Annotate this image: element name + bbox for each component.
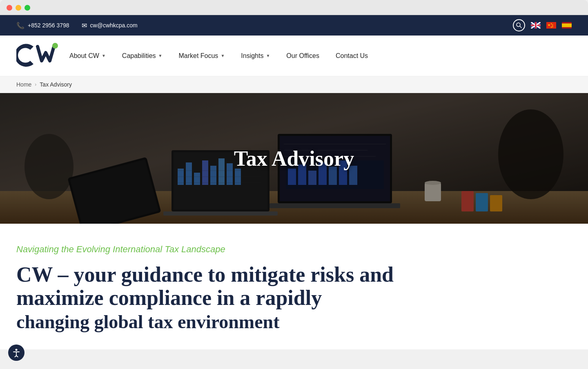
breadcrumb-separator: › bbox=[35, 82, 36, 87]
content-subtitle: Navigating the Evolving International Ta… bbox=[16, 244, 572, 255]
nav-our-offices[interactable]: Our Offices bbox=[286, 48, 319, 64]
website-container: 📞 +852 2956 3798 ✉ cw@cwhkcpa.com bbox=[0, 15, 588, 349]
search-icon bbox=[516, 22, 522, 28]
svg-point-52 bbox=[16, 349, 18, 349]
content-title-line3: changing global tax environment bbox=[16, 311, 280, 332]
breadcrumb: Home › Tax Advisory bbox=[0, 76, 588, 93]
svg-rect-9 bbox=[562, 22, 572, 29]
cw-logo bbox=[16, 40, 69, 71]
chevron-down-icon: ▼ bbox=[220, 53, 225, 58]
top-bar-right: ★ ★ ★ ★ ★ bbox=[513, 19, 572, 31]
content-title-line1: CW – your guidance to mitigate risks and bbox=[16, 263, 394, 286]
chevron-down-icon: ▼ bbox=[266, 53, 270, 58]
nav-capabilities[interactable]: Capabilities ▼ bbox=[122, 48, 163, 64]
accessibility-icon bbox=[12, 348, 21, 349]
cn-flag-icon: ★ ★ ★ ★ ★ bbox=[546, 22, 556, 29]
es-flag-icon bbox=[562, 22, 572, 29]
phone-number: +852 2956 3798 bbox=[28, 22, 69, 29]
hero-section: Tax Advisory bbox=[0, 93, 588, 224]
content-title-line2: maximize compliance in a rapidly bbox=[16, 286, 322, 309]
nav-insights[interactable]: Insights ▼ bbox=[241, 48, 270, 64]
uk-flag-icon bbox=[531, 22, 541, 29]
email-address: cw@cwhkcpa.com bbox=[90, 22, 138, 29]
hero-title: Tax Advisory bbox=[234, 147, 354, 171]
minimize-button[interactable] bbox=[16, 5, 21, 11]
svg-rect-10 bbox=[562, 24, 572, 27]
language-chinese[interactable]: ★ ★ ★ ★ ★ bbox=[546, 22, 556, 29]
maximize-button[interactable] bbox=[24, 5, 30, 11]
close-button[interactable] bbox=[7, 5, 12, 11]
search-button[interactable] bbox=[513, 19, 525, 31]
nav-items: About CW ▼ Capabilities ▼ Market Focus ▼… bbox=[69, 48, 368, 64]
top-bar-contacts: 📞 +852 2956 3798 ✉ cw@cwhkcpa.com bbox=[16, 22, 138, 29]
browser-chrome bbox=[0, 0, 588, 15]
content-section: Navigating the Evolving International Ta… bbox=[0, 224, 588, 349]
main-nav: About CW ▼ Capabilities ▼ Market Focus ▼… bbox=[0, 36, 588, 76]
svg-line-1 bbox=[520, 26, 521, 28]
svg-text:★: ★ bbox=[548, 23, 550, 27]
svg-rect-2 bbox=[531, 22, 541, 29]
language-english[interactable] bbox=[531, 22, 541, 29]
phone-icon: 📞 bbox=[16, 22, 24, 29]
breadcrumb-current: Tax Advisory bbox=[40, 81, 72, 88]
svg-point-11 bbox=[52, 43, 58, 49]
content-title: CW – your guidance to mitigate risks and… bbox=[16, 263, 572, 333]
email-icon: ✉ bbox=[82, 22, 87, 29]
nav-market-focus[interactable]: Market Focus ▼ bbox=[178, 48, 225, 64]
email-contact[interactable]: ✉ cw@cwhkcpa.com bbox=[82, 22, 138, 29]
language-spanish[interactable] bbox=[562, 22, 572, 29]
nav-contact-us[interactable]: Contact Us bbox=[336, 48, 368, 64]
top-bar: 📞 +852 2956 3798 ✉ cw@cwhkcpa.com bbox=[0, 15, 588, 36]
phone-contact[interactable]: 📞 +852 2956 3798 bbox=[16, 22, 69, 29]
browser-dots bbox=[7, 5, 581, 15]
breadcrumb-home[interactable]: Home bbox=[16, 81, 31, 88]
nav-about-cw[interactable]: About CW ▼ bbox=[69, 48, 106, 64]
logo-area[interactable] bbox=[16, 40, 69, 71]
hero-title-wrap: Tax Advisory bbox=[0, 93, 588, 224]
chevron-down-icon: ▼ bbox=[158, 53, 163, 58]
chevron-down-icon: ▼ bbox=[102, 53, 106, 58]
